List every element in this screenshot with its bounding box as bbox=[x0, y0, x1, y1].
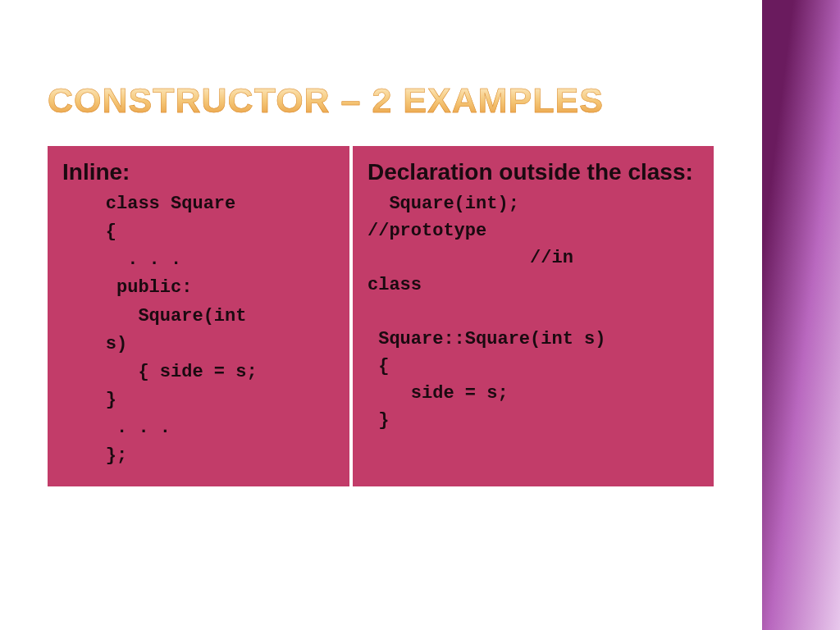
right-code: Square(int); //prototype //in class Squa… bbox=[368, 190, 699, 434]
right-heading: Declaration outside the class: bbox=[368, 159, 699, 185]
right-box: Declaration outside the class: Square(in… bbox=[353, 146, 714, 486]
content-row: Inline: class Square { . . . public: Squ… bbox=[48, 146, 714, 486]
left-code: class Square { . . . public: Square(int … bbox=[62, 190, 335, 470]
decoration-stripe bbox=[762, 0, 840, 630]
left-box: Inline: class Square { . . . public: Squ… bbox=[48, 146, 349, 486]
slide-title: CONSTRUCTOR – 2 EXAMPLES bbox=[48, 80, 604, 121]
left-heading: Inline: bbox=[62, 159, 335, 185]
slide: CONSTRUCTOR – 2 EXAMPLES Inline: class S… bbox=[0, 0, 840, 630]
